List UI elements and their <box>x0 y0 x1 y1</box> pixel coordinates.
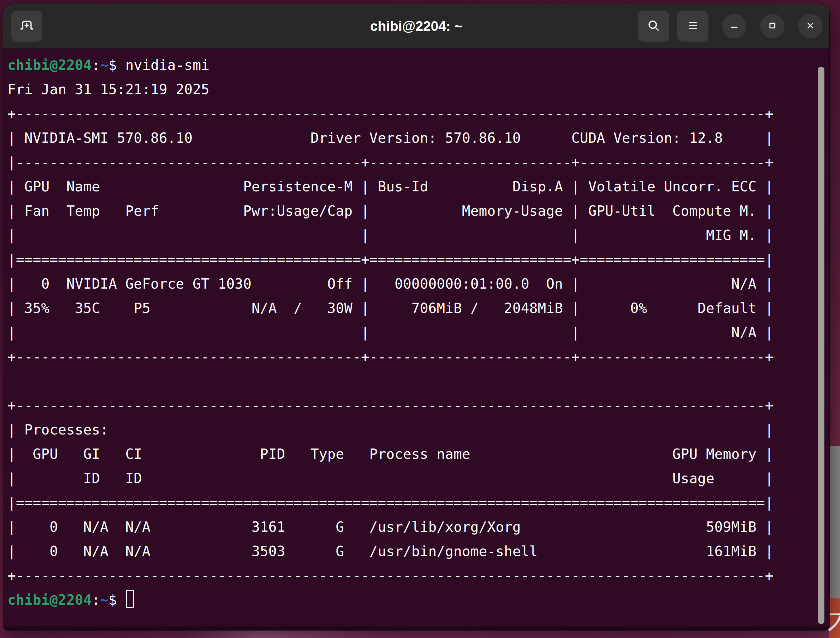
terminal-output-line: | GPU Name Persistence-M | Bus-Id Disp.A… <box>8 175 811 199</box>
terminal-output-line: Fri Jan 31 15:21:19 2025 <box>8 77 811 102</box>
prompt-user-host: chibi@2204 <box>8 592 92 608</box>
terminal-output-line: |=======================================… <box>8 248 811 272</box>
prompt-cwd: ~ <box>100 592 109 608</box>
terminal-output-line: | | | N/A | <box>8 321 811 345</box>
menu-icon <box>684 17 701 35</box>
terminal-output-line: +---------------------------------------… <box>8 393 811 418</box>
maximize-button[interactable] <box>760 14 785 38</box>
terminal-output-line: +---------------------------------------… <box>8 345 811 369</box>
typed-command: nvidia-smi <box>125 57 210 73</box>
terminal-output-line: | 35% 35C P5 N/A / 30W | 706MiB / 2048Mi… <box>8 296 811 321</box>
new-tab-icon <box>18 17 35 35</box>
terminal-output-line: +---------------------------------------… <box>8 564 811 588</box>
terminal-screen[interactable]: chibi@2204:~$ nvidia-smi Fri Jan 31 15:2… <box>3 49 829 627</box>
scrollbar[interactable] <box>818 67 824 624</box>
terminal-output-line: +---------------------------------------… <box>8 102 811 126</box>
terminal-window: chibi@2204: ~ <box>3 4 829 630</box>
search-button[interactable] <box>638 11 669 42</box>
prompt-cwd: ~ <box>100 57 109 73</box>
desktop-glyph-fragment: 木 <box>827 605 840 636</box>
prompt-dollar: $ <box>109 592 125 608</box>
minimize-button[interactable] <box>722 14 747 38</box>
menu-button[interactable] <box>677 11 709 42</box>
terminal-output-line: | | | MIG M. | <box>8 223 811 248</box>
minimize-icon <box>728 19 741 34</box>
terminal-output-line <box>8 369 811 393</box>
terminal-output-line: | 0 N/A N/A 3161 G /usr/lib/xorg/Xorg 50… <box>8 515 811 539</box>
terminal-prompt-line: chibi@2204:~$ nvidia-smi <box>8 53 811 77</box>
titlebar[interactable]: chibi@2204: ~ <box>3 4 829 49</box>
window-title: chibi@2204: ~ <box>370 18 462 34</box>
background-window-fragment-gray <box>830 446 840 599</box>
new-tab-button[interactable] <box>11 11 43 42</box>
prompt-user-host: chibi@2204 <box>8 57 92 73</box>
terminal-output-line: | ID ID Usage | <box>8 466 811 491</box>
terminal-cursor <box>126 590 134 608</box>
terminal-text: chibi@2204:~$ nvidia-smi Fri Jan 31 15:2… <box>8 53 811 612</box>
terminal-output-line: | GPU GI CI PID Type Process name GPU Me… <box>8 442 811 466</box>
search-icon <box>645 17 662 35</box>
prompt-colon: : <box>92 592 100 608</box>
terminal-prompt-line-current: chibi@2204:~$ <box>8 588 811 612</box>
terminal-output-line: | Processes: | <box>8 418 811 442</box>
terminal-output-line: | Fan Temp Perf Pwr:Usage/Cap | Memory-U… <box>8 199 811 223</box>
close-icon <box>804 19 817 34</box>
prompt-colon: : <box>92 57 100 73</box>
terminal-output-line: |---------------------------------------… <box>8 150 811 175</box>
terminal-output-line: | 0 NVIDIA GeForce GT 1030 Off | 0000000… <box>8 272 811 296</box>
terminal-output-line: | NVIDIA-SMI 570.86.10 Driver Version: 5… <box>8 126 811 150</box>
close-button[interactable] <box>798 14 823 38</box>
desktop-wallpaper-bottom <box>0 629 840 638</box>
prompt-dollar: $ <box>109 57 125 73</box>
terminal-output-line: |=======================================… <box>8 491 811 515</box>
maximize-icon <box>766 19 779 34</box>
terminal-output-line: | 0 N/A N/A 3503 G /usr/bin/gnome-shell … <box>8 539 811 564</box>
